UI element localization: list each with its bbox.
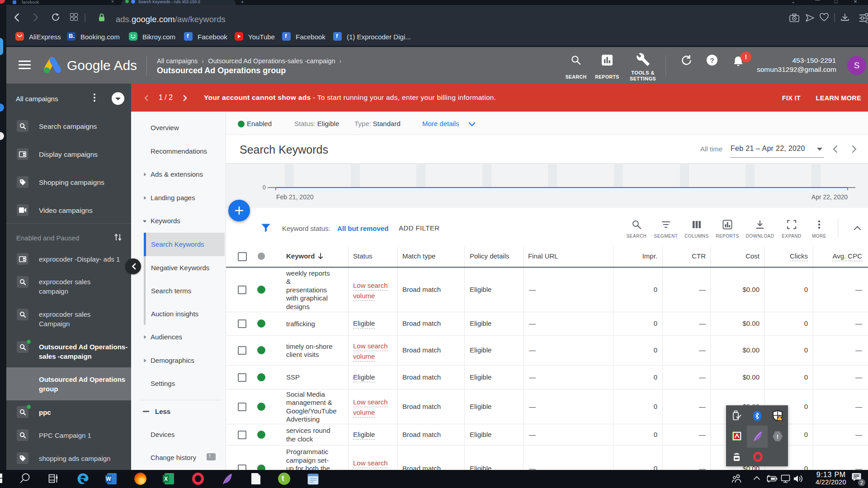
svg-text:X: X [164,476,168,482]
svg-text:W: W [106,476,111,482]
svg-text:?: ? [710,56,714,64]
svg-text:!: ! [777,433,778,440]
